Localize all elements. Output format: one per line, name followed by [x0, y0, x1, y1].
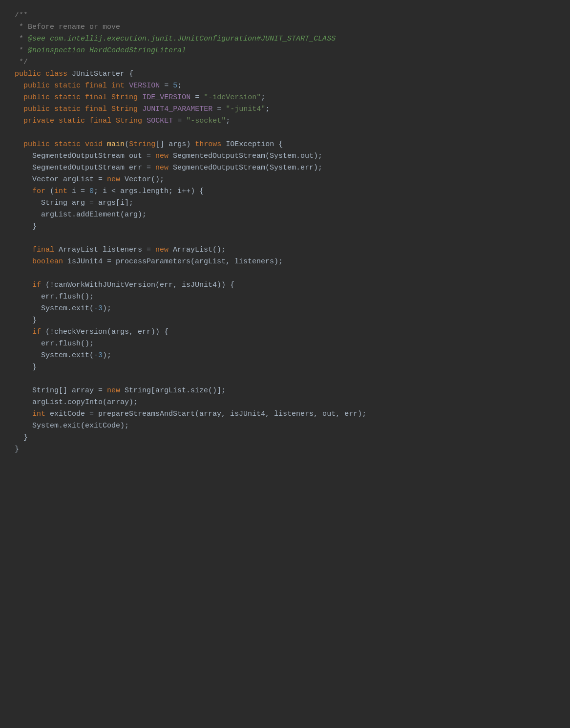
- code-token: if: [32, 328, 41, 336]
- code-token: [] args): [155, 140, 195, 149]
- code-token: err.flush();: [15, 293, 94, 301]
- code-token: *: [15, 46, 28, 55]
- code-token: [15, 281, 32, 289]
- code-token: public: [23, 93, 50, 102]
- code-line: [15, 127, 555, 139]
- code-token: final: [85, 82, 107, 90]
- code-token: [81, 105, 85, 113]
- code-token: [81, 93, 85, 102]
- code-token: *: [15, 35, 28, 43]
- code-line: argList.copyInto(array);: [15, 397, 555, 408]
- code-line: if (!canWorkWithJUnitVersion(err, isJUni…: [15, 279, 555, 291]
- code-token: argList.addElement(arg);: [15, 211, 147, 219]
- code-line: boolean isJUnit4 = processParameters(arg…: [15, 256, 555, 268]
- code-line: if (!checkVersion(args, err)) {: [15, 326, 555, 338]
- code-token: Vector();: [120, 175, 164, 184]
- code-token: "-junit4": [226, 105, 265, 113]
- code-token: [85, 117, 89, 125]
- code-token: @see: [28, 35, 45, 43]
- code-token: [15, 187, 32, 195]
- code-token: ;: [261, 93, 265, 102]
- code-token: [15, 93, 23, 102]
- code-line: System.exit(exitCode);: [15, 420, 555, 432]
- code-line: SegmentedOutputStream out = new Segmente…: [15, 150, 555, 162]
- code-token: System.exit(exitCode);: [15, 422, 129, 430]
- code-token: -3: [94, 304, 103, 313]
- code-token: ArrayList listeners =: [54, 246, 155, 254]
- code-token: boolean: [32, 257, 63, 266]
- code-token: int: [32, 410, 45, 418]
- code-token: public: [23, 105, 50, 113]
- code-line: }: [15, 362, 555, 373]
- code-token: new: [107, 386, 120, 395]
- code-token: VERSION: [129, 82, 160, 90]
- code-token: new: [155, 246, 169, 254]
- code-token: (!checkVersion(args, err)) {: [41, 328, 169, 336]
- code-line: err.flush();: [15, 291, 555, 303]
- code-token: JUnitStarter {: [67, 70, 133, 78]
- code-token: Vector argList =: [15, 175, 107, 184]
- code-line: String[] array = new String[argList.size…: [15, 385, 555, 397]
- code-line: Vector argList = new Vector();: [15, 174, 555, 186]
- code-token: com.intellij.execution.junit.JUnitConfig…: [45, 35, 336, 43]
- code-token: argList.copyInto(array);: [15, 398, 138, 407]
- code-token: );: [103, 351, 111, 360]
- code-token: [81, 82, 85, 90]
- code-token: final: [85, 105, 107, 113]
- code-token: [50, 93, 54, 102]
- code-token: throws: [195, 140, 221, 149]
- code-token: [107, 82, 111, 90]
- code-line: }: [15, 444, 555, 455]
- code-line: String arg = args[i];: [15, 197, 555, 209]
- code-token: public: [23, 140, 50, 149]
- code-token: ; i < args.length; i++) {: [94, 187, 204, 195]
- code-token: [138, 93, 142, 102]
- code-token: static: [54, 140, 81, 149]
- code-line: /**: [15, 10, 555, 21]
- code-token: [41, 70, 45, 78]
- code-token: [50, 140, 54, 149]
- code-token: String[argList.size()];: [120, 386, 226, 395]
- code-token: /**: [15, 11, 28, 20]
- code-token: static: [54, 82, 81, 90]
- code-token: SegmentedOutputStream(System.err);: [169, 164, 322, 172]
- code-token: new: [155, 164, 169, 172]
- code-token: String: [111, 93, 138, 102]
- code-token: public: [15, 70, 41, 78]
- code-token: [15, 140, 23, 149]
- code-token: }: [15, 445, 19, 453]
- code-line: public static final int VERSION = 5;: [15, 80, 555, 92]
- code-token: String: [116, 117, 142, 125]
- code-line: private static final String SOCKET = "-s…: [15, 115, 555, 127]
- code-token: exitCode = prepareStreamsAndStart(array,…: [45, 410, 366, 418]
- code-line: }: [15, 221, 555, 233]
- code-token: public: [23, 82, 50, 90]
- code-line: }: [15, 315, 555, 326]
- code-line: [15, 268, 555, 279]
- code-token: System.exit(: [15, 351, 94, 360]
- code-line: for (int i = 0; i < args.length; i++) {: [15, 186, 555, 197]
- code-token: (: [45, 187, 54, 195]
- code-token: JUNIT4_PARAMETER: [142, 105, 212, 113]
- code-token: IDE_VERSION: [142, 93, 190, 102]
- code-token: String arg = args[i];: [15, 199, 133, 207]
- code-token: [138, 105, 142, 113]
- code-token: class: [45, 70, 67, 78]
- code-token: 5: [173, 82, 177, 90]
- code-token: int: [111, 82, 125, 90]
- code-token: SOCKET: [147, 117, 173, 125]
- code-token: [15, 117, 23, 125]
- code-token: @noinspection: [28, 46, 85, 55]
- code-token: IOException {: [221, 140, 283, 149]
- code-token: (!canWorkWithJUnitVersion(err, isJUnit4)…: [41, 281, 234, 289]
- code-line: err.flush();: [15, 338, 555, 350]
- code-token: static: [54, 105, 81, 113]
- code-line: * @see com.intellij.execution.junit.JUni…: [15, 33, 555, 45]
- code-token: [50, 82, 54, 90]
- code-token: err.flush();: [15, 340, 94, 348]
- code-token: }: [15, 433, 28, 442]
- code-token: [15, 246, 32, 254]
- code-line: public static final String IDE_VERSION =…: [15, 92, 555, 104]
- code-token: "-socket": [186, 117, 226, 125]
- code-line: public static final String JUNIT4_PARAME…: [15, 104, 555, 115]
